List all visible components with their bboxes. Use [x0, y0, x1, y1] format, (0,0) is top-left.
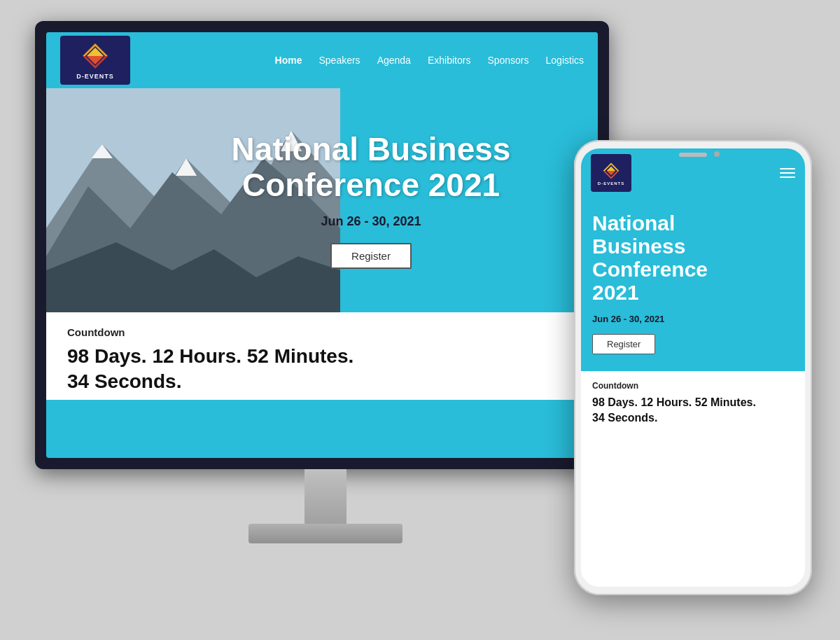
nav-exhibitors[interactable]: Exhibitors — [428, 55, 470, 66]
phone-register-button[interactable]: Register — [592, 334, 655, 354]
phone-camera-icon — [714, 151, 720, 157]
desktop-logo[interactable]: D-EVENTS — [60, 36, 130, 85]
scene: D-EVENTS Home Speakers Agenda Exhibitors… — [0, 0, 840, 640]
desktop-countdown: Countdown 98 Days. 12 Hours. 52 Minutes.… — [46, 312, 598, 400]
nav-sponsors[interactable]: Sponsors — [487, 55, 528, 66]
register-button[interactable]: Register — [330, 243, 412, 269]
phone-logo-diamond-icon — [601, 161, 621, 181]
desktop-navbar: D-EVENTS Home Speakers Agenda Exhibitors… — [46, 32, 598, 88]
phone-bezel: D-EVENTS National Business Conference 20… — [574, 140, 812, 595]
hamburger-line-2 — [780, 172, 795, 174]
phone-hero-title: National Business Conference 2021 — [592, 211, 794, 304]
phone-hero-date: Jun 26 - 30, 2021 — [592, 314, 794, 324]
desktop-hero: National Business Conference 2021 Jun 26… — [46, 88, 598, 312]
monitor-screen: D-EVENTS Home Speakers Agenda Exhibitors… — [46, 32, 598, 458]
desktop-nav-links: Home Speakers Agenda Exhibitors Sponsors… — [275, 55, 584, 66]
countdown-label: Countdown — [67, 326, 577, 338]
countdown-value: 98 Days. 12 Hours. 52 Minutes. 34 Second… — [67, 344, 577, 395]
nav-home[interactable]: Home — [275, 55, 302, 66]
nav-agenda[interactable]: Agenda — [377, 55, 411, 66]
phone-logo-text: D-EVENTS — [598, 181, 624, 186]
monitor-bezel: D-EVENTS Home Speakers Agenda Exhibitors… — [35, 21, 609, 469]
phone-countdown-label: Countdown — [592, 381, 794, 391]
monitor-stand-neck — [304, 469, 346, 525]
hamburger-line-1 — [780, 168, 795, 169]
phone-countdown-value: 98 Days. 12 Hours. 52 Minutes. 34 Second… — [592, 395, 794, 426]
phone-screen: D-EVENTS National Business Conference 20… — [581, 148, 805, 587]
hamburger-menu-button[interactable] — [780, 168, 795, 178]
phone-logo[interactable]: D-EVENTS — [591, 154, 631, 192]
mobile-phone: D-EVENTS National Business Conference 20… — [574, 140, 812, 595]
hero-content: National Business Conference 2021 Jun 26… — [46, 88, 598, 312]
hero-date: Jun 26 - 30, 2021 — [321, 214, 421, 229]
logo-diamond-icon — [80, 41, 111, 71]
phone-countdown: Countdown 98 Days. 12 Hours. 52 Minutes.… — [581, 371, 805, 436]
nav-speakers[interactable]: Speakers — [318, 55, 360, 66]
logo-text: D-EVENTS — [76, 73, 114, 80]
phone-speaker — [679, 153, 707, 157]
desktop-monitor: D-EVENTS Home Speakers Agenda Exhibitors… — [35, 21, 616, 623]
hero-title: National Business Conference 2021 — [232, 132, 511, 202]
nav-logistics[interactable]: Logistics — [546, 55, 584, 66]
phone-hero: National Business Conference 2021 Jun 26… — [581, 197, 805, 371]
hamburger-line-3 — [780, 176, 795, 178]
monitor-stand-base — [248, 524, 402, 543]
